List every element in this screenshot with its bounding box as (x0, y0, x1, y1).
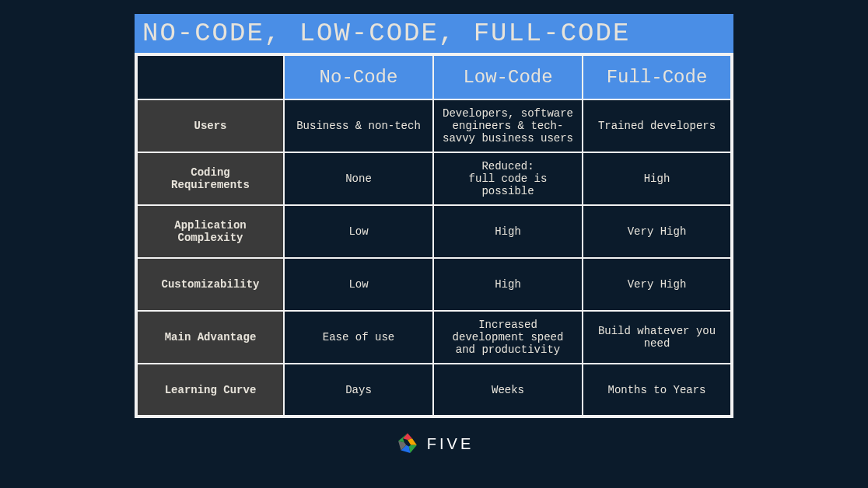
cell: Weeks (433, 364, 583, 417)
row-label: Learning Curve (136, 364, 284, 417)
brand-name: FIVE (427, 435, 474, 453)
col-header-lowcode: Low-Code (433, 54, 583, 99)
cell: Low (284, 258, 433, 311)
cell: Low (284, 205, 433, 258)
cell: Business & non-tech (284, 99, 433, 152)
five-logo-icon (394, 430, 421, 457)
cell: Ease of use (284, 311, 433, 364)
header-blank (136, 54, 284, 99)
col-header-fullcode: Full-Code (583, 54, 732, 99)
cell: None (284, 152, 433, 205)
row-label: Main Advantage (136, 311, 284, 364)
row-label: Customizability (136, 258, 284, 311)
cell: High (433, 258, 583, 311)
row-label: Coding Requirements (136, 152, 284, 205)
cell: Reduced: full code is possible (433, 152, 583, 205)
page-title: NO-CODE, LOW-CODE, FULL-CODE (135, 14, 733, 53)
table-row: Customizability Low High Very High (136, 258, 732, 311)
col-header-nocode: No-Code (284, 54, 433, 99)
svg-marker-2 (408, 445, 416, 453)
cell: Very High (583, 258, 732, 311)
cell: Trained developers (583, 99, 732, 152)
table-row: Learning Curve Days Weeks Months to Year… (136, 364, 732, 417)
comparison-table: No-Code Low-Code Full-Code Users Busines… (135, 53, 733, 418)
cell: Increased development speed and producti… (433, 311, 583, 364)
row-label: Users (136, 99, 284, 152)
table-row: Users Business & non-tech Developers, so… (136, 99, 732, 152)
svg-marker-1 (408, 438, 417, 445)
row-label: Application Complexity (136, 205, 284, 258)
table-row: Coding Requirements None Reduced: full c… (136, 152, 732, 205)
cell: High (583, 152, 732, 205)
brand-logo: FIVE (394, 430, 474, 457)
table-row: Main Advantage Ease of use Increased dev… (136, 311, 732, 364)
cell: Very High (583, 205, 732, 258)
cell: High (433, 205, 583, 258)
cell: Developers, software engineers & tech-sa… (433, 99, 583, 152)
cell: Months to Years (583, 364, 732, 417)
table-row: Application Complexity Low High Very Hig… (136, 205, 732, 258)
cell: Build whatever you need (583, 311, 732, 364)
cell: Days (284, 364, 433, 417)
